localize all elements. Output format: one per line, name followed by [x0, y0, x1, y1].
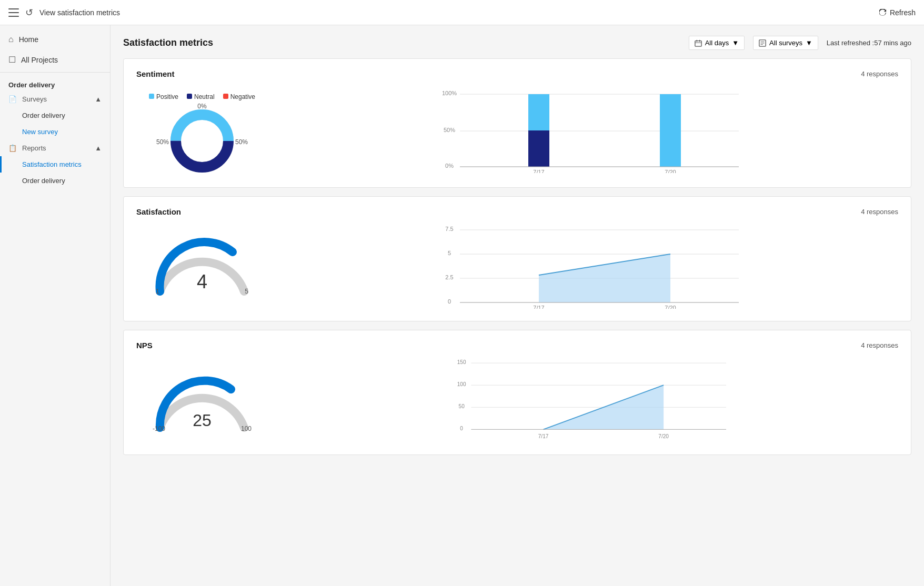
svg-text:7/20: 7/20: [658, 433, 669, 439]
svg-marker-32: [539, 254, 670, 302]
legend-positive: Positive: [149, 93, 178, 100]
sidebar-item-home[interactable]: ⌂ Home: [0, 29, 110, 49]
sidebar-item-new-survey[interactable]: New survey: [0, 124, 110, 140]
nps-title: NPS: [136, 341, 153, 350]
svg-text:100%: 100%: [442, 90, 457, 96]
sentiment-bar-chart: 100% 50% 0%: [285, 89, 898, 175]
filter-surveys-button[interactable]: All surveys ▼: [753, 36, 818, 50]
surveys-filter-icon: [759, 39, 766, 47]
nps-area-chart: 150 100 50 0 7/17: [285, 358, 898, 444]
surveys-chevron-icon: ▲: [95, 95, 102, 103]
svg-text:7/17: 7/17: [538, 433, 549, 439]
page-title: Satisfaction metrics: [123, 37, 213, 48]
svg-text:7/17: 7/17: [533, 305, 544, 309]
sidebar-item-order-delivery-report[interactable]: Order delivery: [0, 173, 110, 189]
sidebar-section-order-delivery: Order delivery: [0, 75, 110, 91]
home-icon: ⌂: [8, 35, 14, 44]
nps-gauge-value: 25: [193, 411, 212, 430]
hamburger-menu[interactable]: [8, 8, 19, 17]
satisfaction-card-body: 4 1 5 7.5 5 2.5 0: [136, 225, 898, 310]
legend-neutral: Neutral: [187, 93, 215, 100]
svg-text:5: 5: [448, 250, 451, 256]
nps-gauge-min: -100: [153, 425, 165, 432]
svg-text:50%: 50%: [444, 127, 455, 133]
donut-label-left: 50%: [156, 138, 169, 146]
sentiment-card: Sentiment 4 responses Positive Neutral N…: [123, 58, 911, 188]
satisfaction-gauge-area: 4 1 5: [136, 236, 268, 299]
svg-text:0: 0: [460, 426, 463, 431]
svg-text:7/20: 7/20: [665, 169, 676, 173]
sentiment-legend: Positive Neutral Negative: [149, 93, 255, 100]
header-filters: All days ▼ All surveys ▼ Last refreshed …: [689, 36, 911, 50]
reports-chevron-icon: ▲: [95, 144, 102, 152]
nps-card-header: NPS 4 responses: [136, 341, 898, 350]
gauge-value: 4: [197, 271, 207, 293]
filter-days-button[interactable]: All days ▼: [689, 36, 745, 50]
sidebar-group-surveys[interactable]: 📄 Surveys ▲: [0, 91, 110, 107]
nps-gauge-area: 25 -100 100: [136, 367, 268, 436]
donut-label-top: 0%: [197, 103, 206, 110]
nps-card: NPS 4 responses 25 -100 100: [123, 330, 911, 455]
sentiment-card-header: Sentiment 4 responses: [136, 69, 898, 78]
donut-wrapper: 0% 50% 50%: [168, 107, 236, 177]
sidebar-divider: [0, 72, 110, 73]
satisfaction-responses: 4 responses: [861, 208, 898, 216]
refresh-icon: [879, 9, 887, 16]
donut-label-right: 50%: [235, 138, 248, 146]
donut-chart: [168, 107, 236, 175]
refresh-button[interactable]: Refresh: [879, 8, 916, 17]
svg-text:50: 50: [459, 403, 465, 409]
sentiment-card-body: Positive Neutral Negative 0% 50% 50%: [136, 87, 898, 177]
legend-negative: Negative: [223, 93, 255, 100]
calendar-icon: [695, 39, 702, 47]
nps-card-body: 25 -100 100 150 100 50 0: [136, 358, 898, 444]
sidebar-item-satisfaction-metrics[interactable]: Satisfaction metrics: [0, 156, 110, 173]
reports-group-label: 📋 Reports: [8, 144, 46, 152]
surveys-icon: 📄: [8, 95, 17, 103]
last-refreshed: Last refreshed :57 mins ago: [827, 39, 911, 47]
surveys-group-label: 📄 Surveys: [8, 95, 47, 103]
satisfaction-card: Satisfaction 4 responses 4 1 5: [123, 196, 911, 321]
nps-responses: 4 responses: [861, 341, 898, 349]
content-area: Satisfaction metrics All days ▼ All surv…: [111, 25, 924, 586]
gauge-max: 5: [245, 288, 248, 295]
sentiment-title: Sentiment: [136, 69, 175, 78]
surveys-chevron-icon-filter: ▼: [806, 39, 812, 47]
satisfaction-title: Satisfaction: [136, 207, 181, 216]
svg-text:100: 100: [457, 381, 466, 387]
satisfaction-card-header: Satisfaction 4 responses: [136, 207, 898, 216]
projects-icon: ☐: [8, 55, 16, 65]
sentiment-donut-area: Positive Neutral Negative 0% 50% 50%: [136, 87, 268, 177]
svg-text:0%: 0%: [445, 163, 454, 169]
topbar-left: ↺ View satisfaction metrics: [8, 7, 120, 18]
svg-rect-20: [660, 94, 681, 167]
satisfaction-area-svg: 7.5 5 2.5 0: [285, 225, 898, 309]
days-chevron-icon: ▼: [732, 39, 739, 47]
svg-text:0: 0: [448, 298, 451, 305]
reports-icon: 📋: [8, 144, 17, 152]
svg-text:7.5: 7.5: [445, 226, 453, 232]
nps-gauge-max: 100: [241, 425, 252, 432]
sidebar-item-order-delivery-survey[interactable]: Order delivery: [0, 107, 110, 124]
sentiment-responses: 4 responses: [861, 70, 898, 78]
nps-gauge-wrapper: 25 -100 100: [149, 367, 255, 436]
svg-text:150: 150: [457, 359, 466, 365]
svg-rect-0: [695, 41, 701, 46]
svg-text:2.5: 2.5: [445, 274, 453, 280]
sidebar-item-all-projects[interactable]: ☐ All Projects: [0, 49, 110, 70]
svg-rect-19: [528, 130, 549, 167]
svg-text:7/17: 7/17: [533, 169, 544, 173]
main-layout: ⌂ Home ☐ All Projects Order delivery 📄 S…: [0, 25, 924, 586]
topbar-title: View satisfaction metrics: [39, 8, 120, 17]
sidebar-group-reports[interactable]: 📋 Reports ▲: [0, 140, 110, 156]
sidebar: ⌂ Home ☐ All Projects Order delivery 📄 S…: [0, 25, 111, 586]
gauge-wrapper: 4 1 5: [149, 236, 255, 299]
sentiment-bar-svg: 100% 50% 0%: [285, 89, 898, 173]
gauge-min: 1: [156, 288, 159, 295]
nps-area-svg: 150 100 50 0 7/17: [285, 358, 898, 442]
svg-text:7/20: 7/20: [665, 305, 676, 309]
content-header: Satisfaction metrics All days ▼ All surv…: [123, 36, 911, 50]
svg-point-11: [182, 121, 222, 161]
satisfaction-area-chart: 7.5 5 2.5 0: [285, 225, 898, 310]
topbar: ↺ View satisfaction metrics Refresh: [0, 0, 924, 25]
